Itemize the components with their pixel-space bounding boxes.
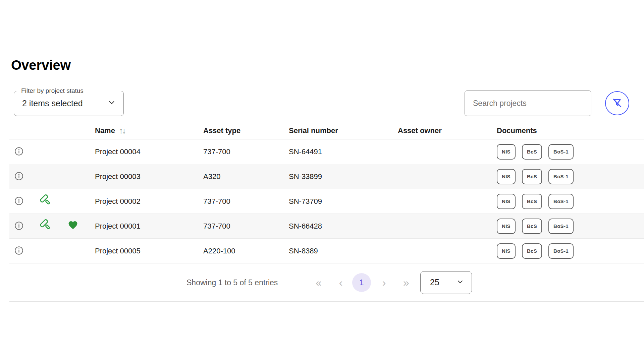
chevron-down-icon	[456, 278, 464, 287]
next-page-button[interactable]: ›	[377, 276, 391, 289]
documents-cell: NISBcSBoS-1	[497, 144, 644, 160]
asset-type-cell: A320	[203, 172, 289, 181]
info-button[interactable]	[14, 196, 23, 206]
page-size-value: 25	[430, 278, 456, 287]
document-badge[interactable]: BcS	[522, 144, 542, 160]
clear-filters-button[interactable]	[605, 91, 629, 115]
serial-number-cell: SN-66428	[289, 222, 398, 231]
previous-page-button[interactable]: ‹	[334, 276, 347, 289]
project-name-cell: Project 00003	[82, 172, 203, 181]
info-button[interactable]	[14, 246, 23, 256]
toolbar: Filter by project status 2 items selecte…	[14, 90, 629, 116]
asset-type-cell: A220-100	[203, 247, 289, 255]
document-badge[interactable]: BcS	[522, 169, 542, 184]
documents-cell: NISBcSBoS-1	[497, 243, 644, 259]
document-badge[interactable]: BoS-1	[548, 194, 574, 209]
info-circle-icon	[14, 221, 23, 231]
serial-number-cell: SN-33899	[289, 172, 398, 181]
documents-cell: NISBcSBoS-1	[497, 219, 644, 234]
document-badge[interactable]: NIS	[497, 194, 516, 209]
info-circle-icon	[14, 147, 23, 157]
column-header-name-label: Name	[95, 126, 115, 135]
column-header-asset-type: Asset type	[203, 126, 289, 135]
heart-icon	[68, 220, 78, 232]
column-header-name[interactable]: Name ↑↓	[82, 126, 203, 135]
project-name-cell: Project 00004	[82, 147, 203, 156]
current-page-button[interactable]: 1	[352, 273, 371, 292]
document-badge[interactable]: NIS	[497, 169, 516, 184]
filter-label: Filter by project status	[19, 87, 86, 95]
column-header-asset-owner: Asset owner	[398, 126, 497, 135]
table-row[interactable]: Project 00005 A220-100 SN-8389 NISBcSBoS…	[9, 239, 644, 263]
project-name-cell: Project 00001	[82, 222, 203, 231]
gavel-icon	[40, 194, 52, 208]
column-header-serial-number: Serial number	[289, 126, 398, 135]
project-name-cell: Project 00002	[82, 197, 203, 206]
table-row[interactable]: Project 00002 737-700 SN-73709 NISBcSBoS…	[9, 189, 644, 214]
document-badge[interactable]: BoS-1	[548, 144, 574, 160]
gavel-icon	[40, 219, 52, 233]
documents-cell: NISBcSBoS-1	[497, 169, 644, 184]
pagination-bar: Showing 1 to 5 of 5 entries « ‹ 1 › » 25	[9, 263, 644, 302]
info-button[interactable]	[14, 172, 23, 182]
first-page-button[interactable]: «	[312, 276, 325, 289]
project-name-cell: Project 00005	[82, 247, 203, 255]
info-button[interactable]	[14, 147, 23, 157]
asset-type-cell: 737-700	[203, 197, 289, 206]
document-badge[interactable]: BcS	[522, 194, 542, 209]
table-row[interactable]: Project 00003 A320 SN-33899 NISBcSBoS-1	[9, 164, 644, 189]
info-circle-icon	[14, 196, 23, 206]
page-size-select[interactable]: 25	[420, 271, 472, 294]
document-badge[interactable]: BcS	[522, 243, 542, 259]
table-body: Project 00004 737-700 SN-64491 NISBcSBoS…	[9, 139, 644, 263]
asset-type-cell: 737-700	[203, 147, 289, 156]
document-badge[interactable]: BoS-1	[548, 169, 574, 184]
last-page-button[interactable]: »	[399, 276, 413, 289]
project-status-filter-select[interactable]: Filter by project status 2 items selecte…	[14, 91, 124, 116]
page-title: Overview	[11, 57, 644, 73]
document-badge[interactable]: BoS-1	[548, 219, 574, 234]
filter-off-icon	[611, 97, 623, 110]
search-input[interactable]	[465, 90, 591, 116]
info-circle-icon	[14, 246, 23, 256]
serial-number-cell: SN-73709	[289, 197, 398, 206]
document-badge[interactable]: BcS	[522, 219, 542, 234]
info-button[interactable]	[14, 221, 23, 231]
table-row[interactable]: Project 00004 737-700 SN-64491 NISBcSBoS…	[9, 139, 644, 164]
overview-page: Overview Filter by project status 2 item…	[0, 57, 644, 362]
documents-cell: NISBcSBoS-1	[497, 194, 644, 209]
column-header-documents: Documents	[497, 126, 644, 135]
info-circle-icon	[14, 172, 23, 182]
document-badge[interactable]: NIS	[497, 243, 516, 259]
table-header: Name ↑↓ Asset type Serial number Asset o…	[9, 122, 644, 139]
table-row[interactable]: Project 00001 737-700 SN-66428 NISBcSBoS…	[9, 214, 644, 239]
serial-number-cell: SN-8389	[289, 247, 398, 255]
document-badge[interactable]: NIS	[497, 219, 516, 234]
sort-icon[interactable]: ↑↓	[119, 126, 125, 135]
serial-number-cell: SN-64491	[289, 147, 398, 156]
asset-type-cell: 737-700	[203, 222, 289, 231]
document-badge[interactable]: NIS	[497, 144, 516, 160]
projects-table: Name ↑↓ Asset type Serial number Asset o…	[9, 122, 644, 263]
filter-value: 2 items selected	[22, 99, 107, 108]
chevron-down-icon	[107, 98, 116, 108]
document-badge[interactable]: BoS-1	[548, 243, 574, 259]
pagination-summary: Showing 1 to 5 of 5 entries	[186, 278, 278, 287]
